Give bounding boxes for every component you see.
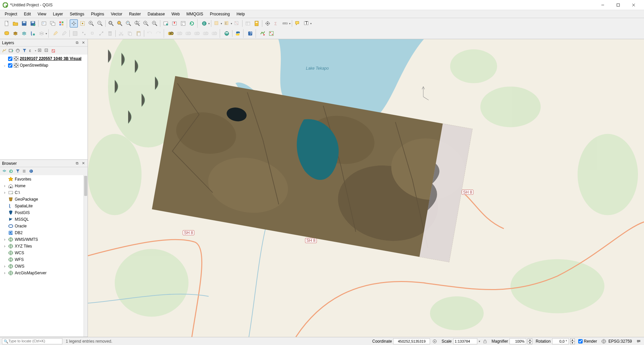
zoom-to-layer-button[interactable] <box>124 19 132 27</box>
locator-search[interactable]: 🔍 <box>2 338 62 344</box>
save-project-button[interactable] <box>20 19 28 27</box>
menu-web[interactable]: Web <box>168 11 183 17</box>
locator-input[interactable] <box>4 339 56 343</box>
browser-item[interactable]: ›Home <box>1 183 82 189</box>
browser-item[interactable]: ›XYZ Tiles <box>1 243 82 250</box>
close-panel-button[interactable]: ✕ <box>80 40 86 46</box>
undock-panel-button[interactable]: ⧉ <box>74 160 80 166</box>
new-spatialite-layer-button[interactable] <box>29 29 37 38</box>
dropdown-icon[interactable]: ▾ <box>310 22 312 25</box>
zoom-out-button[interactable] <box>96 19 104 27</box>
magnifier-input[interactable] <box>509 338 526 344</box>
save-project-as-button[interactable] <box>29 19 37 27</box>
expand-icon[interactable]: ⌄ <box>3 64 7 67</box>
filter-browser-button[interactable] <box>15 168 21 174</box>
new-print-layout-button[interactable] <box>40 19 48 27</box>
zoom-native-button[interactable]: 1:1 <box>133 19 141 27</box>
expand-icon[interactable]: › <box>3 184 7 188</box>
menu-plugins[interactable]: Plugins <box>88 11 107 17</box>
menu-processing[interactable]: Processing <box>207 11 233 17</box>
remove-layer-button[interactable] <box>50 48 56 54</box>
expand-icon[interactable]: › <box>3 237 7 242</box>
identify-button[interactable]: i <box>200 19 208 27</box>
select-features-button[interactable] <box>213 19 221 27</box>
python-console-button[interactable] <box>234 29 242 38</box>
menu-view[interactable]: View <box>34 11 50 17</box>
zoom-full-button[interactable] <box>107 19 115 27</box>
field-calculator-button[interactable] <box>253 19 261 27</box>
browser-item-label[interactable]: DB2 <box>15 230 22 235</box>
new-virtual-layer-button[interactable] <box>38 29 46 38</box>
text-annotation-button[interactable]: T <box>302 19 310 27</box>
dropdown-icon[interactable]: ▾ <box>221 22 222 25</box>
statistics-button[interactable]: Σ <box>272 19 280 27</box>
deselect-all-button[interactable] <box>233 19 241 27</box>
filter-legend-button[interactable] <box>21 48 28 54</box>
layer-visibility-checkbox[interactable] <box>8 63 12 68</box>
layer-name[interactable]: OpenStreetMap <box>20 63 48 68</box>
open-attribute-table-button[interactable] <box>244 19 252 27</box>
layer-row[interactable]: 20190107 220557 1040 3B Visual <box>1 55 86 62</box>
dropdown-icon[interactable]: ▾ <box>231 22 232 25</box>
menu-mmqgis[interactable]: MMQGIS <box>183 11 207 17</box>
help-button[interactable]: ? <box>246 29 254 38</box>
refresh-browser-button[interactable] <box>8 168 14 174</box>
browser-scrollbar[interactable] <box>84 175 88 337</box>
magnifier-spinner[interactable]: ▲▼ <box>528 338 532 344</box>
manage-map-themes-button[interactable] <box>15 48 21 54</box>
minimize-button[interactable] <box>595 0 610 10</box>
label-toolbar-layer-button[interactable]: abc <box>167 29 175 38</box>
dropdown-icon[interactable]: ▾ <box>208 22 210 25</box>
browser-item-label[interactable]: WFS <box>15 257 24 262</box>
metasearch-button[interactable] <box>223 29 231 38</box>
browser-item-label[interactable]: MSSQL <box>15 217 29 222</box>
open-layer-styling-button[interactable] <box>1 48 7 54</box>
add-layer-button[interactable] <box>1 168 7 174</box>
browser-item-label[interactable]: OWS <box>15 264 24 269</box>
expand-all-button[interactable] <box>37 48 43 54</box>
browser-item[interactable]: ›ArcGisMapServer <box>1 270 82 276</box>
layer-row[interactable]: ⌄OpenStreetMap <box>1 62 86 69</box>
browser-item-label[interactable]: Home <box>15 184 25 188</box>
undock-panel-button[interactable]: ⧉ <box>74 40 80 46</box>
browser-item-label[interactable]: C:\ <box>15 190 20 195</box>
add-group-button[interactable]: + <box>8 48 14 54</box>
browser-item[interactable]: SpatiaLite <box>1 203 82 209</box>
select-by-value-button[interactable]: ε <box>223 19 231 27</box>
show-spatial-bookmark-button[interactable] <box>179 19 187 27</box>
rotation-input[interactable] <box>552 338 569 344</box>
messages-button[interactable] <box>635 338 642 345</box>
browser-item[interactable]: ›WMS/WMTS <box>1 236 82 243</box>
measure-button[interactable] <box>281 19 289 27</box>
browser-item-label[interactable]: WMS/WMTS <box>15 237 38 242</box>
lock-scale-button[interactable] <box>482 338 488 345</box>
menu-help[interactable]: Help <box>233 11 248 17</box>
zoom-next-button[interactable] <box>151 19 159 27</box>
browser-item[interactable]: DB2DB2 <box>1 229 82 236</box>
menu-vector[interactable]: Vector <box>108 11 126 17</box>
browser-item[interactable]: PostGIS <box>1 209 82 216</box>
show-layout-manager-button[interactable] <box>49 19 57 27</box>
new-geopackage-layer-button[interactable] <box>11 29 19 38</box>
browser-item-label[interactable]: Favorites <box>15 177 31 182</box>
maximize-button[interactable] <box>610 0 626 10</box>
collapse-all-browser-button[interactable] <box>21 168 28 174</box>
open-project-button[interactable] <box>11 19 19 27</box>
zoom-in-button[interactable] <box>87 19 95 27</box>
menu-raster[interactable]: Raster <box>126 11 144 17</box>
expand-icon[interactable]: › <box>3 271 7 275</box>
browser-item-label[interactable]: ArcGisMapServer <box>15 271 47 275</box>
rotation-spinner[interactable]: ▲▼ <box>570 338 575 344</box>
collapse-all-button[interactable] <box>44 48 50 54</box>
properties-widget-button[interactable]: i <box>28 168 34 174</box>
zoom-to-selection-button[interactable] <box>116 19 124 27</box>
data-source-manager-button[interactable] <box>3 29 11 38</box>
georeferencer-button[interactable] <box>267 29 275 38</box>
expand-icon[interactable]: › <box>3 264 7 269</box>
scale-dropdown-icon[interactable]: ▾ <box>479 340 480 343</box>
toggle-extents-button[interactable] <box>431 338 438 345</box>
browser-item[interactable]: GeoPackage <box>1 196 82 203</box>
browser-item-label[interactable]: XYZ Tiles <box>15 244 32 249</box>
menu-edit[interactable]: Edit <box>20 11 34 17</box>
layer-name[interactable]: 20190107 220557 1040 3B Visual <box>20 56 82 61</box>
